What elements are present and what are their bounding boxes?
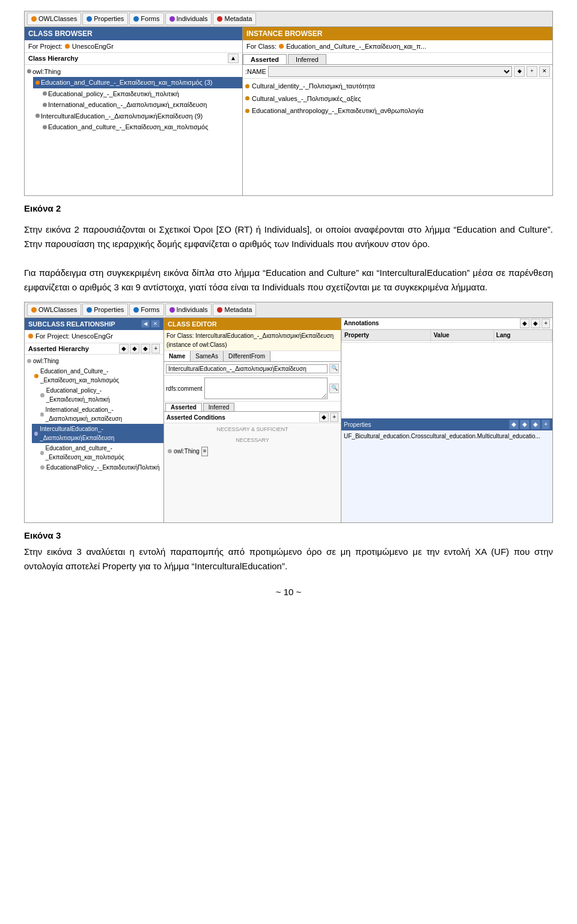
- tab-inferred[interactable]: Inferred: [288, 54, 326, 64]
- ah-btn1[interactable]: ◆: [119, 344, 129, 353]
- forms-label: Forms: [141, 14, 159, 24]
- class-input-row: 🔍: [164, 362, 341, 376]
- ah-edpolicy[interactable]: Educational_policy_-_Εκπαιδευτική_πολιτι…: [38, 385, 163, 405]
- toolbar-forms[interactable]: Forms: [129, 13, 163, 25]
- toolbar2-properties[interactable]: Properties: [82, 304, 128, 316]
- toolbar-metadata[interactable]: Metadata: [213, 13, 256, 25]
- edculture-dot: [43, 125, 47, 129]
- class-tree[interactable]: owl:Thing Education_and_Culture_-_Εκπαίδ…: [25, 65, 242, 195]
- toolbar-individuals[interactable]: Individuals: [165, 13, 212, 25]
- class-search-btn[interactable]: 🔍: [329, 364, 339, 373]
- owlthing2-dot: [168, 449, 172, 453]
- body-text-1: Στην εικόνα 2 παρουσιάζονται οι Σχετικοί…: [24, 222, 553, 295]
- ah-btn3[interactable]: ◆: [141, 344, 150, 353]
- edpolicy-label: Educational_policy_-_Εκπαιδευτική_πολιτι…: [48, 89, 179, 99]
- tree-item-edpolicy[interactable]: Educational_policy_-_Εκπαιδευτική_πολιτι…: [40, 88, 242, 100]
- tree-item-edculture[interactable]: Education_and_culture_-_Εκπαίδευση_και_π…: [40, 121, 242, 133]
- anno-btn1[interactable]: ◆: [520, 319, 530, 328]
- tree-item-intledu[interactable]: International_education_-_Διαπολιτισμική…: [40, 99, 242, 111]
- annotations-panel: Annotations ◆ ◆ + Property Value Lang: [341, 318, 552, 522]
- ah-inter-dot: [34, 432, 38, 436]
- page-number: ~ 10 ~: [0, 586, 577, 599]
- hierarchy-btn1[interactable]: ▲: [228, 54, 239, 63]
- instance-item-2[interactable]: Cultural_values_-_Πολιτισμικές_αξίες: [243, 93, 552, 105]
- conditions-body: NECESSARY & SUFFICIENT NECESSARY owl:Thi…: [164, 423, 341, 522]
- props-btn3[interactable]: ◆: [531, 420, 540, 429]
- props-btn1[interactable]: ◆: [509, 420, 519, 429]
- name-select[interactable]: [268, 66, 512, 77]
- name-icon1[interactable]: ◆: [514, 66, 525, 77]
- class-editor-title: CLASS EDITOR: [164, 318, 341, 331]
- individuals-icon: [169, 16, 175, 22]
- tree-item-education[interactable]: Education_and_Culture_-_Εκπαίδευση_και_π…: [33, 77, 242, 88]
- ah-intledu[interactable]: International_education_-_Διαπολιτισμική…: [38, 405, 163, 424]
- class-name: Education_and_Culture_-_Εκπαίδευση_και_π…: [286, 41, 426, 52]
- editor-tabs: Name SameAs DifferentFrom: [164, 351, 341, 362]
- cond-btn2[interactable]: +: [330, 412, 338, 422]
- props-btn4[interactable]: +: [542, 420, 550, 429]
- toolbar2-metadata[interactable]: Metadata: [213, 304, 256, 316]
- class-name-input[interactable]: [166, 364, 328, 373]
- ah-edpol-dot: [40, 393, 44, 397]
- intledu-label: International_education_-_Διαπολιτισμική…: [48, 100, 207, 110]
- anno-btn3[interactable]: +: [542, 319, 550, 328]
- tree-item-owlthing[interactable]: owl:Thing: [25, 66, 242, 78]
- instance-item-3[interactable]: Educational_anthropology_-_Εκπαιδευτική_…: [243, 105, 552, 117]
- name-icon3[interactable]: ✕: [539, 66, 550, 77]
- rdf-search-btn[interactable]: 🔍: [329, 384, 339, 393]
- subclass-btn-left[interactable]: ◀: [141, 320, 150, 328]
- owlthing-label: owl:Thing: [32, 67, 61, 77]
- ah-owlthing[interactable]: owl:Thing: [25, 356, 163, 366]
- annotations-header: Annotations ◆ ◆ +: [341, 318, 552, 329]
- anno-row-empty: [342, 340, 552, 342]
- intercultural-dot: [35, 114, 40, 118]
- rdf-row: rdfs:comment 🔍: [164, 376, 341, 402]
- class-browser-title: CLASS BROWSER: [25, 27, 242, 40]
- toolbar2-owlclasses[interactable]: OWLClasses: [27, 304, 81, 316]
- toolbar-properties[interactable]: Properties: [82, 13, 128, 25]
- editor-tab-name[interactable]: Name: [164, 351, 191, 361]
- anno-controls: ◆ ◆ +: [520, 319, 550, 328]
- editor-tab-sameas[interactable]: SameAs: [191, 351, 224, 361]
- anno-btn2[interactable]: ◆: [531, 319, 540, 328]
- metadata2-icon: [217, 307, 222, 313]
- conditions-tab-inferred[interactable]: Inferred: [203, 403, 234, 411]
- ah-tree[interactable]: owl:Thing Education_and_Culture_-_Εκπαίδ…: [25, 355, 163, 522]
- props-btn2[interactable]: ◆: [520, 420, 530, 429]
- body-para-1: Στην εικόνα 2 παρουσιάζονται οι Σχετικοί…: [24, 222, 553, 251]
- toolbar2-individuals[interactable]: Individuals: [165, 304, 212, 316]
- properties-content: UF_Bicultural_education.Crosscultural_ed…: [341, 430, 552, 522]
- cond-btn1[interactable]: ◆: [319, 412, 329, 422]
- props-bar-controls: ◆ ◆ ◆ +: [509, 420, 550, 429]
- ah-controls: ◆ ◆ ◆ +: [119, 344, 160, 353]
- ah-education[interactable]: Education_and_Culture_-_Εκπαίδευση_και_π…: [32, 366, 163, 385]
- toolbar2-forms[interactable]: Forms: [129, 304, 163, 316]
- education-dot: [35, 81, 40, 85]
- conditions-label: Asserted Conditions: [166, 413, 225, 422]
- subclass-title-label: SUBCLASS RELATIONSHIP: [28, 319, 115, 329]
- ah-intercultural[interactable]: InterculturalEducation_-_ΔιαπολιτισμικήΕ…: [32, 424, 163, 443]
- ah-btn2[interactable]: ◆: [130, 344, 139, 353]
- conditions-header: Asserted Conditions ◆ +: [164, 412, 341, 423]
- class-dot: [279, 44, 284, 49]
- ah-intl-dot: [40, 412, 44, 417]
- toolbar-owlclasses[interactable]: OWLClasses: [27, 13, 81, 25]
- inst-dot-2: [245, 96, 249, 100]
- ah-edculture2[interactable]: Education_and_culture_-_Εκπαίδευση_και_π…: [38, 443, 163, 462]
- instance-item-1[interactable]: Cultural_identity_-_Πολιτισμική_ταυτότητ…: [243, 80, 552, 93]
- rdf-label: rdfs:comment: [166, 384, 203, 393]
- anno-col-property: Property: [342, 329, 431, 340]
- ah-edpolicy2[interactable]: EducationalPolicy_-_ΕκπαιδευτικήΠολιτική: [38, 462, 163, 473]
- anno-cell-2: [431, 340, 493, 342]
- editor-tab-differentfrom[interactable]: DifferentFrom: [224, 351, 270, 361]
- name-icon2[interactable]: +: [527, 66, 537, 77]
- ah-edpol2-label: EducationalPolicy_-_ΕκπαιδευτικήΠολιτική: [46, 463, 160, 472]
- tab-asserted[interactable]: Asserted: [243, 54, 287, 64]
- subclass-btn-x[interactable]: ✕: [151, 320, 160, 328]
- conditions-tab-asserted[interactable]: Asserted: [165, 403, 202, 411]
- owlthing-dot: [27, 69, 31, 73]
- rdf-comment-input[interactable]: [204, 378, 328, 399]
- ah-btn4[interactable]: +: [151, 344, 160, 353]
- tree-item-intercultural[interactable]: InterculturalEducation_-_ΔιαπολιτισμικήΕ…: [33, 111, 242, 122]
- forms2-icon: [133, 307, 139, 313]
